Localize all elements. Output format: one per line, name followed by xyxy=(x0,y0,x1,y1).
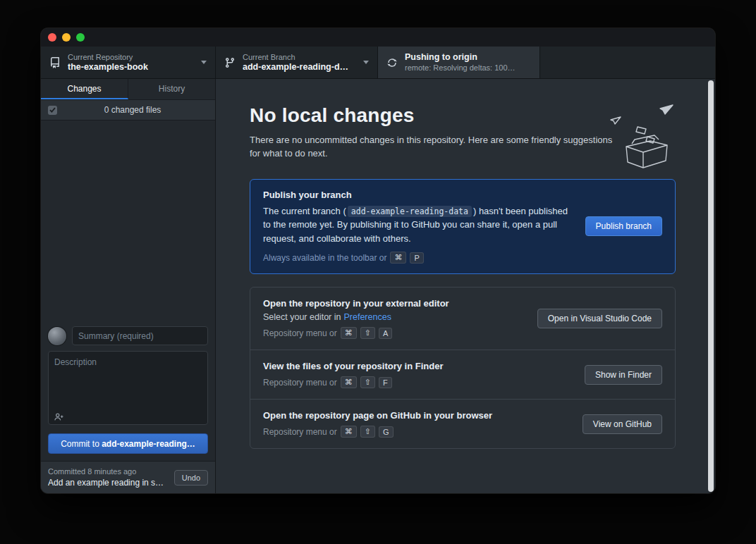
close-window-button[interactable] xyxy=(48,33,56,42)
current-branch-value: add-example-reading-d… xyxy=(243,62,353,73)
page-subtitle: There are no uncommitted changes in this… xyxy=(250,134,616,161)
sync-icon xyxy=(386,57,398,68)
current-repository-selector[interactable]: Current Repository the-examples-book xyxy=(41,47,216,78)
zoom-window-button[interactable] xyxy=(76,33,85,42)
commit-button-prefix: Commit to xyxy=(61,439,99,449)
no-changes-illustration xyxy=(606,103,677,173)
publish-branch-title: Publish your branch xyxy=(263,190,573,200)
cmd-key: ⌘ xyxy=(341,376,357,388)
f-key: F xyxy=(379,377,392,388)
current-branch-selector[interactable]: Current Branch add-example-reading-d… xyxy=(216,47,378,78)
publish-hint-text: Always available in the toolbar or xyxy=(263,253,386,263)
titlebar[interactable] xyxy=(41,28,715,47)
sidebar-tabs: Changes History xyxy=(41,79,215,100)
description-box xyxy=(48,351,208,428)
suggestion-text: View the files of your repository in Fin… xyxy=(263,361,572,388)
github-desktop-window: Current Repository the-examples-book Cur… xyxy=(41,28,715,493)
preferences-link[interactable]: Preferences xyxy=(343,312,391,322)
suggestion-row-finder: View the files of your repository in Fin… xyxy=(250,350,675,399)
publish-shortcut-hint: Always available in the toolbar or ⌘ P xyxy=(263,252,573,264)
suggestion-shortcut-hint: Repository menu or ⌘ ⇧ A xyxy=(263,327,525,339)
undo-button[interactable]: Undo xyxy=(174,470,208,486)
description-input[interactable] xyxy=(48,351,208,425)
view-on-github-button[interactable]: View on GitHub xyxy=(583,414,662,434)
suggestion-shortcut-hint: Repository menu or ⌘ ⇧ G xyxy=(263,426,570,438)
current-repository-label: Current Repository xyxy=(68,52,191,62)
chevron-down-icon xyxy=(363,61,369,64)
desktop-background: Current Repository the-examples-book Cur… xyxy=(0,0,756,544)
current-repository-text: Current Repository the-examples-book xyxy=(68,52,191,73)
publish-branch-button[interactable]: Publish branch xyxy=(585,216,662,236)
changed-files-row[interactable]: 0 changed files xyxy=(41,100,215,120)
suggestion-subtitle: Select your editor inPreferences xyxy=(263,312,525,322)
publish-branch-panel: Publish your branch The current branch (… xyxy=(250,179,676,275)
push-to-origin-button[interactable]: Pushing to origin remote: Resolving delt… xyxy=(378,47,540,78)
push-status: remote: Resolving deltas: 100… xyxy=(405,63,531,73)
repo-icon xyxy=(49,57,61,68)
hint-text: Repository menu or xyxy=(263,427,337,437)
suggestion-shortcut-hint: Repository menu or ⌘ ⇧ F xyxy=(263,376,572,388)
branch-name-chip: add-example-reading-data xyxy=(348,206,472,217)
changes-list xyxy=(41,120,215,319)
cmd-key: ⌘ xyxy=(390,252,406,264)
avatar xyxy=(48,327,66,345)
window-content: Changes History 0 changed files xyxy=(41,79,715,493)
suggestion-subtitle-text: Select your editor in xyxy=(263,312,341,322)
add-co-author-icon[interactable] xyxy=(54,412,64,422)
suggestion-title: Open the repository in your external edi… xyxy=(263,298,525,309)
minimize-window-button[interactable] xyxy=(62,33,71,42)
chevron-down-icon xyxy=(201,61,207,64)
commit-button[interactable]: Commit to add-example-reading… xyxy=(48,433,208,454)
scrollbar[interactable] xyxy=(708,80,714,492)
suggestion-text: Open the repository in your external edi… xyxy=(263,298,525,339)
suggestions-panel: Open the repository in your external edi… xyxy=(250,287,676,449)
shift-key: ⇧ xyxy=(360,426,375,438)
git-branch-icon xyxy=(224,57,236,68)
publish-branch-text: Publish your branch The current branch (… xyxy=(263,190,573,264)
cmd-key: ⌘ xyxy=(341,426,357,438)
hint-text: Repository menu or xyxy=(263,328,337,338)
suggestion-row-github: Open the repository page on GitHub in yo… xyxy=(250,399,675,448)
publish-branch-body: The current branch (add-example-reading-… xyxy=(263,204,573,246)
toolbar: Current Repository the-examples-book Cur… xyxy=(41,47,715,79)
shift-key: ⇧ xyxy=(360,376,375,388)
last-commit-time: Committed 8 minutes ago xyxy=(48,466,169,477)
window-controls xyxy=(48,33,85,42)
commit-button-branch: add-example-reading… xyxy=(102,439,195,449)
last-commit-message: Add an example reading in semi-… xyxy=(48,477,169,488)
publish-body-pre: The current branch ( xyxy=(263,206,346,216)
hint-text: Repository menu or xyxy=(263,378,337,388)
suggestion-row-external-editor: Open the repository in your external edi… xyxy=(250,288,675,350)
summary-input[interactable] xyxy=(72,326,208,345)
suggestion-title: View the files of your repository in Fin… xyxy=(263,361,572,371)
suggestion-title: Open the repository page on GitHub in yo… xyxy=(263,410,570,421)
shift-key: ⇧ xyxy=(360,327,375,339)
main-panel: No local changes There are no uncommitte… xyxy=(216,79,715,493)
sidebar: Changes History 0 changed files xyxy=(41,79,216,493)
select-all-checkbox[interactable] xyxy=(48,106,57,115)
current-branch-label: Current Branch xyxy=(243,52,353,62)
push-status-text: Pushing to origin remote: Resolving delt… xyxy=(405,52,531,73)
push-title: Pushing to origin xyxy=(405,52,531,63)
p-key: P xyxy=(410,252,423,264)
cmd-key: ⌘ xyxy=(341,327,357,339)
tab-changes[interactable]: Changes xyxy=(41,79,128,99)
summary-row xyxy=(48,326,208,345)
last-commit-info: Committed 8 minutes ago Add an example r… xyxy=(48,466,169,488)
changed-files-count: 0 changed files xyxy=(57,105,208,115)
suggestion-text: Open the repository page on GitHub in yo… xyxy=(263,410,570,438)
current-repository-value: the-examples-book xyxy=(68,62,191,73)
g-key: G xyxy=(379,426,394,438)
current-branch-text: Current Branch add-example-reading-d… xyxy=(243,52,353,73)
tab-history[interactable]: History xyxy=(128,79,215,99)
show-in-finder-button[interactable]: Show in Finder xyxy=(585,365,662,385)
undo-bar: Committed 8 minutes ago Add an example r… xyxy=(41,461,215,493)
open-in-external-editor-button[interactable]: Open in Visual Studio Code xyxy=(537,309,662,328)
commit-form: Commit to add-example-reading… xyxy=(41,319,215,461)
a-key: A xyxy=(379,328,392,339)
